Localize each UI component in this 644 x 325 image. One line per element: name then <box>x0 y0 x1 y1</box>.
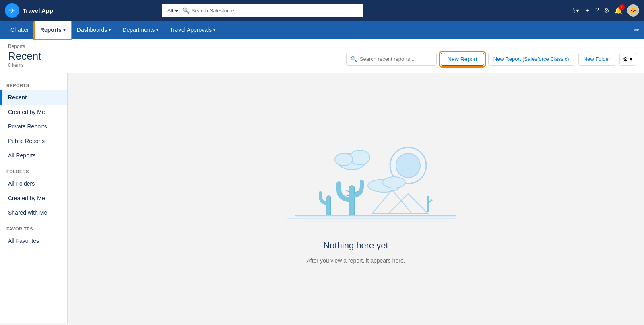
svg-point-1 <box>396 153 420 178</box>
search-scope-select[interactable]: All <box>166 7 180 14</box>
header-actions: 🔍 New Report New Report (Salesforce Clas… <box>346 53 636 66</box>
sidebar-item-created-by-me[interactable]: Created by Me <box>0 105 67 119</box>
sidebar-item-all-favorites[interactable]: All Favorites <box>0 234 67 248</box>
svg-rect-17 <box>327 196 331 216</box>
empty-state-subtitle: After you view a report, it appears here… <box>306 257 405 264</box>
svg-line-15 <box>345 195 349 196</box>
nav-departments-caret: ▾ <box>156 27 159 33</box>
new-report-classic-button[interactable]: New Report (Salesforce Classic) <box>488 53 574 66</box>
edit-nav-icon[interactable]: ✏ <box>634 26 639 34</box>
svg-marker-8 <box>388 194 428 214</box>
new-folder-button[interactable]: New Folder <box>578 53 615 66</box>
notification-badge: 1 <box>619 4 625 10</box>
new-report-button[interactable]: New Report <box>441 53 484 66</box>
page-title-row: Recent 0 items 🔍 New Report New Report (… <box>8 50 636 73</box>
svg-point-3 <box>350 150 370 165</box>
search-icon: 🔍 <box>182 7 189 14</box>
favorites-icon[interactable]: ☆▾ <box>570 7 579 14</box>
sidebar: REPORTS Recent Created by Me Private Rep… <box>0 73 68 323</box>
nav-travel-approvals-label: Travel Approvals <box>170 27 212 33</box>
global-search-input[interactable] <box>192 8 359 14</box>
reports-section-label: REPORTS <box>0 77 67 90</box>
content-area: Nothing here yet After you view a report… <box>68 73 644 323</box>
nav-departments-label: Departments <box>122 27 155 33</box>
notifications-icon[interactable]: 🔔 1 <box>614 7 622 14</box>
nav-reports-caret: ▾ <box>63 27 66 33</box>
svg-point-6 <box>383 177 405 188</box>
search-reports-container: 🔍 <box>346 53 437 66</box>
app-navigation: Chatter Reports ▾ Dashboards ▾ Departmen… <box>0 21 644 39</box>
favorites-section-label: FAVORITES <box>0 220 67 234</box>
top-navigation: ✈ Travel App All 🔍 ☆▾ ＋ ? ⚙ 🔔 1 🐱 <box>0 0 644 21</box>
gear-icon: ⚙ <box>623 56 628 62</box>
avatar[interactable]: 🐱 <box>627 4 639 17</box>
breadcrumb: Reports <box>8 43 636 49</box>
avatar-icon: 🐱 <box>629 6 638 15</box>
search-reports-input[interactable] <box>360 56 432 62</box>
sidebar-item-public-reports[interactable]: Public Reports <box>0 134 67 148</box>
page-header: Reports Recent 0 items 🔍 New Report New … <box>0 39 644 73</box>
nav-reports[interactable]: Reports ▾ <box>35 21 71 39</box>
desert-illustration <box>255 133 456 234</box>
add-icon[interactable]: ＋ <box>584 6 590 15</box>
search-reports-icon: 🔍 <box>351 56 357 62</box>
page-title: Recent <box>8 50 41 62</box>
app-logo[interactable]: ✈ <box>5 3 19 18</box>
nav-dashboards[interactable]: Dashboards ▾ <box>71 21 117 39</box>
gear-caret: ▾ <box>630 56 632 62</box>
nav-travel-approvals[interactable]: Travel Approvals ▾ <box>164 21 221 39</box>
app-name: Travel App <box>23 7 53 14</box>
settings-icon[interactable]: ⚙ <box>604 7 609 14</box>
nav-dashboards-caret: ▾ <box>109 27 111 33</box>
nav-chatter-label: Chatter <box>10 27 29 33</box>
gear-menu-button[interactable]: ⚙ ▾ <box>619 53 636 66</box>
sidebar-item-all-reports[interactable]: All Reports <box>0 148 67 163</box>
empty-state-title: Nothing here yet <box>323 240 388 251</box>
sidebar-item-private-reports[interactable]: Private Reports <box>0 119 67 134</box>
svg-point-4 <box>335 153 353 166</box>
help-icon[interactable]: ? <box>595 7 599 14</box>
nav-dashboards-label: Dashboards <box>77 27 107 33</box>
nav-travel-approvals-caret: ▾ <box>213 27 216 33</box>
nav-reports-label: Reports <box>40 27 62 33</box>
global-search-bar: All 🔍 <box>162 4 363 17</box>
sidebar-item-folders-created-by-me[interactable]: Created by Me <box>0 191 67 205</box>
sidebar-item-recent[interactable]: Recent <box>0 90 67 105</box>
sidebar-item-shared-with-me[interactable]: Shared with Me <box>0 205 67 220</box>
top-nav-right: ☆▾ ＋ ? ⚙ 🔔 1 🐱 <box>570 4 639 17</box>
sidebar-item-all-folders[interactable]: All Folders <box>0 176 67 191</box>
empty-state: Nothing here yet After you view a report… <box>255 133 456 264</box>
nav-departments[interactable]: Departments ▾ <box>117 21 164 39</box>
nav-chatter[interactable]: Chatter <box>5 21 35 39</box>
main-layout: REPORTS Recent Created by Me Private Rep… <box>0 73 644 323</box>
folders-section-label: FOLDERS <box>0 163 67 176</box>
svg-line-14 <box>346 190 349 192</box>
logo-icon: ✈ <box>9 6 16 15</box>
page-subtitle: 0 items <box>8 62 41 68</box>
